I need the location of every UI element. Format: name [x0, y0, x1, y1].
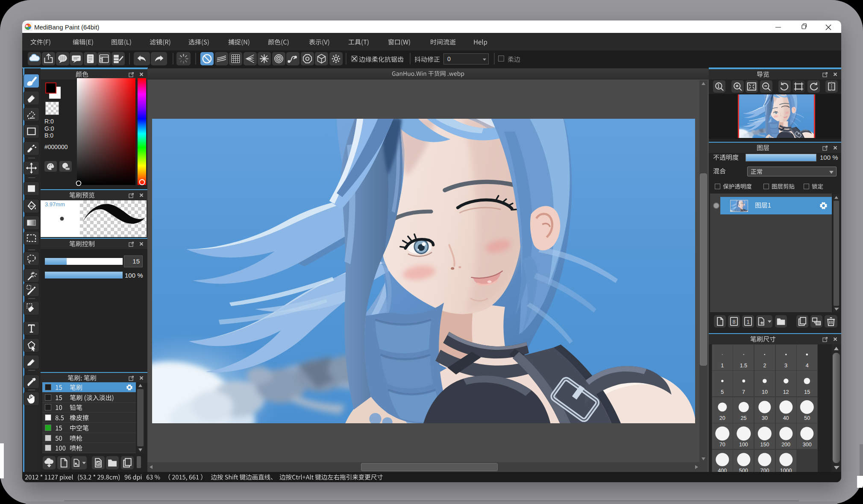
svg-text:8: 8	[732, 319, 735, 325]
svg-text:1: 1	[746, 319, 749, 325]
